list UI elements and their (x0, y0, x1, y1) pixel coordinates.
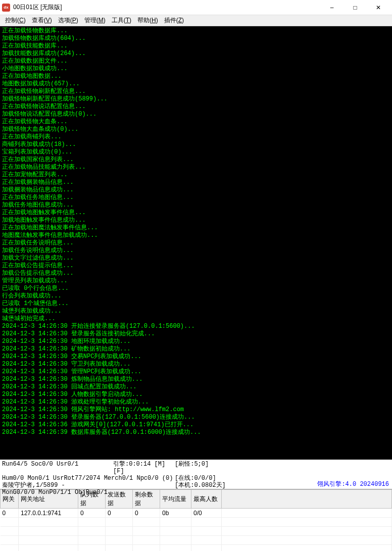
cell-remain: 0 (133, 509, 160, 518)
window-controls: – □ ✕ (320, 0, 390, 15)
console-log[interactable]: 正在加载怪物数据库...加载怪物数据库成功(604)...正在加载技能数据库..… (0, 26, 392, 460)
console-line: 2024-12-3 14:26:30 管理NPC列表加载成功... (2, 368, 390, 376)
status-mong: MonG0/0/0 MonP0/1/1 ObjRun0/1 (2, 489, 108, 496)
console-line: 加载公告提示信息成功... (2, 270, 390, 277)
console-line: 正在加载地图魔法触发事件信息... (2, 224, 390, 232)
console-line: 2024-12-3 14:26:30 登录服务器连接初始化完成... (2, 330, 390, 338)
console-line: 正在加载捆装物品信息... (2, 179, 390, 186)
console-line: 正在加载公告提示信息... (2, 262, 390, 270)
table-row[interactable] (1, 518, 392, 527)
menu-control[interactable]: 控制(C) (2, 15, 29, 26)
console-line: 2024-12-3 14:26:39 数据库服务器(127.0.0.1:6000… (2, 429, 390, 436)
console-line: 正在加载怪物说话配置信息... (2, 103, 390, 111)
console-line: 2024-12-3 14:26:36 游戏网关[0](127.0.0.1:974… (2, 421, 390, 429)
console-line: 加载文字过滤信息成功... (2, 255, 390, 262)
console-line: 地图数据加载成功(657)... (2, 80, 390, 88)
console-line: 2024-12-3 14:26:30 回城点配置加载成功... (2, 383, 390, 391)
console-line: 加载怪物大血条成功(0)... (2, 126, 390, 133)
console-line: 商铺列表加载成功(18)... (2, 141, 390, 148)
table-row[interactable] (1, 527, 392, 536)
cell-avg: 0b (160, 509, 191, 518)
console-line: 地图魔法触发事件信息加载成功... (2, 232, 390, 239)
console-line: 正在加载物品技能威力列表... (2, 164, 390, 171)
cell-queue: 0 (78, 509, 106, 518)
status-guard: 秦陵守护者,1/5899 - (2, 482, 175, 489)
status-run: Run64/5 Soc0/0 Usr0/1 (2, 461, 113, 475)
console-line: 加载怪物刷新配置信息成功(5899)... (2, 95, 390, 103)
menu-tools[interactable]: 工具(T) (109, 15, 134, 26)
console-line: 管理员列表加载成功... (2, 277, 390, 285)
app-icon: dx (2, 4, 10, 12)
cell-send: 0 (106, 509, 133, 518)
console-line: 行会列表加载成功... (2, 292, 390, 300)
console-line: 2024-12-3 14:26:30 游戏处理引擎初始化成功... (2, 398, 390, 406)
status-online: [在线:0/0/0] (175, 475, 216, 482)
console-line: 已读取 0个行会信息... (2, 285, 390, 292)
close-button[interactable]: ✕ (367, 0, 390, 15)
menu-options[interactable]: 选项(P) (55, 15, 81, 26)
status-local: [本机:0.0802天] (175, 482, 226, 489)
status-hum: Hum0/0 Mon0/1 UsrRot77/2074 Merch0/1 Npc… (2, 475, 175, 482)
cell-address: 127.0.0.1:9741 (19, 509, 78, 518)
console-line: 宝箱列表加载成功(0)... (2, 148, 390, 156)
status-refresh: [刷怪:5;0] (175, 461, 209, 475)
console-line: 加载捆装物品信息成功... (2, 186, 390, 194)
console-line: 2024-12-3 14:26:30 矿物数据初始成功... (2, 345, 390, 353)
console-line: 城堡列表加载成功... (2, 308, 390, 315)
console-line: 城堡城初始完成... (2, 315, 390, 323)
menu-view[interactable]: 查看(V) (29, 15, 55, 26)
console-line: 2024-12-3 14:26:30 交易NPC列表加载成功... (2, 353, 390, 361)
console-line: 小地图数据加载成功... (2, 65, 390, 73)
console-line: 正在加载地图数据... (2, 73, 390, 80)
console-line: 正在加载国家信息列表... (2, 156, 390, 164)
table-row[interactable]: 0 127.0.0.1:9741 0 0 0 0b 0/0 (1, 509, 392, 518)
table-row[interactable] (1, 545, 392, 552)
menu-plugins[interactable]: 插件(Z) (161, 15, 187, 26)
console-line: 2024-12-3 14:26:30 守卫列表加载成功... (2, 361, 390, 368)
console-line: 加载怪物说话配置信息成功(0)... (2, 111, 390, 118)
cell-max: 0/0 (191, 509, 222, 518)
status-engine-time: 引擎:0:0:14 [M][F] (113, 461, 175, 475)
console-line: 加载技能数据库成功(264)... (2, 50, 390, 58)
minimize-button[interactable]: – (320, 0, 344, 15)
console-line: 正在加载怪物刷新配置信息... (2, 88, 390, 95)
console-line: 加载怪物数据库成功(604)... (2, 35, 390, 42)
console-line: 正在加载技能数据库... (2, 42, 390, 50)
console-line: 正在加载怪物数据库... (2, 27, 390, 35)
console-line: 正在加载数据图文件... (2, 58, 390, 65)
console-line: 正在加载任务地图信息... (2, 194, 390, 202)
cell-gateway: 0 (1, 509, 19, 518)
menubar: 控制(C) 查看(V) 选项(P) 管理(M) 工具(T) 帮助(H) 插件(Z… (0, 15, 392, 26)
console-line: 2024-12-3 14:26:30 翎风引擎网站: http://www.lf… (2, 406, 390, 414)
console-line: 2024-12-3 14:26:30 地图环境加载成功... (2, 338, 390, 345)
maximize-button[interactable]: □ (344, 0, 367, 15)
console-line: 正在加载怪物大血条... (2, 118, 390, 126)
console-line: 正在加载商铺列表... (2, 133, 390, 141)
status-bar: Run64/5 Soc0/0 Usr0/1 引擎:0:0:14 [M][F] [… (0, 460, 392, 489)
table-row[interactable] (1, 536, 392, 545)
menu-help[interactable]: 帮助(H) (134, 15, 161, 26)
console-line: 加载任务说明信息成功... (2, 247, 390, 255)
menu-manage[interactable]: 管理(M) (81, 15, 109, 26)
console-line: 正在加载任务说明信息... (2, 239, 390, 247)
console-line: 2024-12-3 14:26:30 炼制物品信息加载成功... (2, 376, 390, 383)
console-line: 加载地图触发事件信息成功... (2, 217, 390, 224)
console-line: 2024-12-3 14:26:30 开始连接登录服务器(127.0.0.1:5… (2, 323, 390, 330)
gateway-table: 网关 网关地址 队列数据 发送数据 剩余数据 平均流量 最高人数 0 127.0… (0, 489, 392, 551)
console-line: 加载任务地图信息成功... (2, 202, 390, 209)
engine-version: 翎风引擎:4.0 20240916 (317, 481, 389, 488)
console-line: 已读取 1个城堡信息... (2, 300, 390, 308)
console-line: 2024-12-3 14:26:30 登录服务器(127.0.0.1:5600)… (2, 414, 390, 421)
console-line: 正在加宠物配置列表... (2, 171, 390, 179)
console-line: 2024-12-3 14:26:30 人物数据引擎启动成功... (2, 391, 390, 398)
console-line: 正在加载地图触发事件信息... (2, 209, 390, 217)
window-titlebar: dx 00日01区 [无限版] – □ ✕ (0, 0, 392, 15)
window-title: 00日01区 [无限版] (13, 3, 62, 12)
